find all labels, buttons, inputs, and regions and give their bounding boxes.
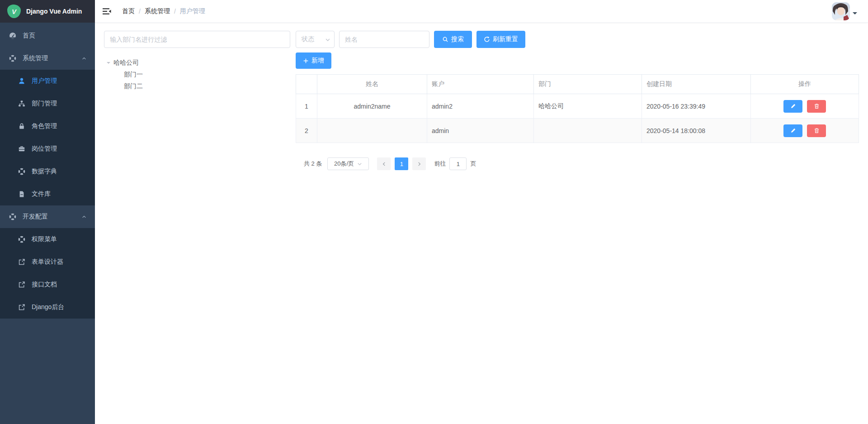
col-actions: 操作	[751, 75, 859, 94]
lock-icon	[18, 123, 25, 130]
sidebar-menu: 首页 系统管理 用户管理 部门管理 角色管理 岗位管理	[0, 23, 95, 319]
col-account: 账户	[427, 75, 534, 94]
sidebar-item-form-designer[interactable]: 表单设计器	[0, 251, 95, 273]
department-filter-input[interactable]	[104, 31, 290, 48]
sidebar-item-file-library[interactable]: 文件库	[0, 183, 95, 205]
lifebuoy-icon	[18, 168, 25, 175]
lifebuoy-icon	[18, 236, 25, 243]
chevron-down-icon	[325, 37, 331, 43]
edit-pencil-icon	[790, 128, 796, 133]
tree-expand-icon[interactable]	[107, 62, 110, 66]
next-page-button[interactable]	[412, 157, 426, 170]
table-row: 2 admin 2020-05-14 18:00:08	[296, 119, 859, 143]
main-area: 首页 / 系统管理 / 用户管理	[95, 0, 868, 178]
refresh-icon	[484, 36, 490, 43]
sidebar-item-django-admin[interactable]: Django后台	[0, 296, 95, 319]
chevron-up-icon	[81, 56, 87, 61]
hamburger-icon	[102, 7, 111, 16]
briefcase-icon	[18, 145, 25, 152]
edit-button[interactable]	[783, 100, 802, 113]
department-tree: 哈哈公司 部门一 部门二	[104, 57, 290, 92]
chevron-right-icon	[416, 161, 422, 167]
chevron-down-icon	[357, 161, 363, 167]
sidebar-item-permission-menu[interactable]: 权限菜单	[0, 228, 95, 251]
breadcrumb-section[interactable]: 系统管理	[145, 7, 170, 15]
lifebuoy-icon	[9, 55, 16, 62]
table-row: 1 admin2name admin2 哈哈公司 2020-05-16 23:3…	[296, 94, 859, 119]
users-table: 姓名 账户 部门 创建日期 操作 1 admin2name admin2 哈哈公…	[296, 74, 859, 143]
chevron-left-icon	[381, 161, 387, 167]
refresh-reset-button[interactable]: 刷新重置	[476, 31, 525, 48]
user-avatar-dropdown[interactable]	[832, 2, 857, 20]
top-navbar: 首页 / 系统管理 / 用户管理	[95, 0, 868, 23]
col-index	[296, 75, 317, 94]
sidebar-item-home[interactable]: 首页	[0, 24, 95, 47]
external-link-icon	[18, 258, 25, 266]
edit-button[interactable]	[783, 124, 802, 137]
delete-button[interactable]	[807, 100, 826, 113]
pagination-total: 共 2 条	[304, 160, 322, 168]
prev-page-button[interactable]	[377, 157, 391, 170]
lifebuoy-icon	[9, 213, 16, 220]
tree-node-company[interactable]: 哈哈公司	[104, 57, 290, 69]
name-filter-input[interactable]	[339, 31, 429, 48]
goto-page-input[interactable]	[449, 157, 467, 170]
external-link-icon	[18, 304, 25, 311]
caret-down-icon	[853, 12, 857, 17]
col-dept: 部门	[534, 75, 642, 94]
user-table-panel: 状态 搜索 刷新重置 新增	[296, 31, 859, 170]
avatar	[832, 2, 850, 20]
sidebar-section-dev-config[interactable]: 开发配置	[0, 205, 95, 228]
delete-button[interactable]	[807, 124, 826, 137]
pagination-goto: 前往 页	[434, 157, 476, 170]
sidebar-item-post-mgmt[interactable]: 岗位管理	[0, 138, 95, 160]
department-panel: 哈哈公司 部门一 部门二	[104, 31, 290, 170]
chevron-up-icon	[81, 214, 87, 219]
trash-icon	[814, 103, 820, 109]
sitemap-icon	[18, 100, 25, 107]
table-header-row: 姓名 账户 部门 创建日期 操作	[296, 75, 859, 94]
sidebar-section-system[interactable]: 系统管理	[0, 47, 95, 70]
sidebar-item-role-mgmt[interactable]: 角色管理	[0, 115, 95, 138]
external-link-icon	[18, 281, 25, 288]
tree-node-dept-1[interactable]: 部门一	[104, 69, 290, 81]
col-created: 创建日期	[642, 75, 751, 94]
submenu-system: 用户管理 部门管理 角色管理 岗位管理 数据字典 文件库	[0, 70, 95, 205]
pagination: 共 2 条 20条/页 1 前往 页	[296, 157, 859, 170]
document-icon	[18, 191, 25, 198]
page-size-select[interactable]: 20条/页	[327, 157, 369, 170]
status-select[interactable]: 状态	[296, 31, 335, 48]
breadcrumb: 首页 / 系统管理 / 用户管理	[122, 7, 205, 15]
sidebar-item-dept-mgmt[interactable]: 部门管理	[0, 92, 95, 115]
search-button[interactable]: 搜索	[434, 31, 472, 48]
sidebar: V Django Vue Admin 首页 系统管理 用户管理 部门管理 角	[0, 0, 95, 424]
app-title: Django Vue Admin	[26, 8, 82, 15]
edit-pencil-icon	[790, 103, 796, 109]
app-logo[interactable]: V Django Vue Admin	[0, 0, 95, 23]
sidebar-item-data-dict[interactable]: 数据字典	[0, 160, 95, 183]
submenu-dev-config: 权限菜单 表单设计器 接口文档 Django后台	[0, 228, 95, 319]
dashboard-icon	[9, 32, 16, 39]
page-content: 哈哈公司 部门一 部门二 状态 搜索	[95, 23, 868, 178]
plus-icon	[303, 58, 309, 64]
trash-icon	[814, 128, 820, 133]
col-name: 姓名	[317, 75, 427, 94]
sidebar-item-api-docs[interactable]: 接口文档	[0, 273, 95, 296]
tree-node-dept-2[interactable]: 部门二	[104, 81, 290, 92]
vue-logo-icon: V	[7, 5, 21, 18]
sidebar-item-user-mgmt[interactable]: 用户管理	[0, 70, 95, 92]
breadcrumb-home[interactable]: 首页	[122, 7, 135, 15]
breadcrumb-current: 用户管理	[180, 7, 205, 15]
add-user-button[interactable]: 新增	[296, 52, 331, 69]
filter-bar: 状态 搜索 刷新重置	[296, 31, 859, 48]
user-icon	[18, 77, 25, 85]
search-icon	[442, 36, 448, 43]
page-number-active[interactable]: 1	[395, 157, 408, 170]
sidebar-collapse-button[interactable]	[95, 0, 118, 22]
